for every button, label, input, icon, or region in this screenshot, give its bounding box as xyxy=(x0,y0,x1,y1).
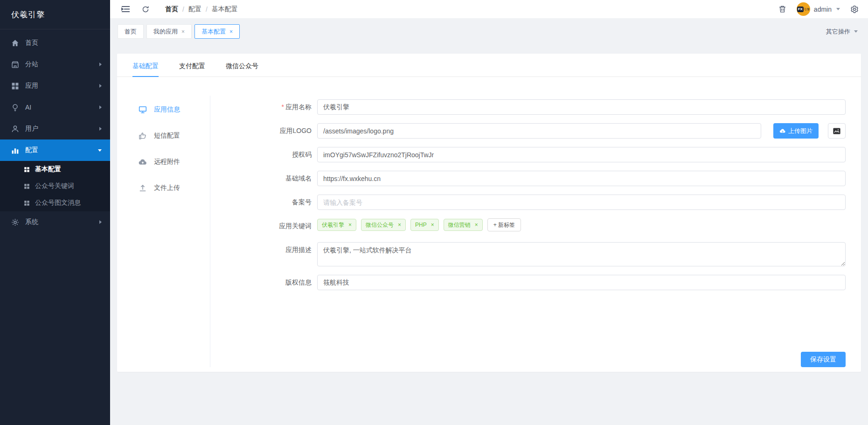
upload-icon xyxy=(139,184,147,192)
sidebar-item-label: 配置 xyxy=(25,146,38,154)
breadcrumb-basic-config: 基本配置 xyxy=(212,5,238,14)
sidebar-subitem-mp-keywords[interactable]: 公众号关键词 xyxy=(0,178,110,195)
add-tag-button[interactable]: + 新标签 xyxy=(487,218,521,231)
page-tab-my-apps[interactable]: 我的应用 × xyxy=(146,24,192,39)
auth-code-input[interactable] xyxy=(317,147,846,162)
sidebar-item-label: 分站 xyxy=(25,60,38,69)
chevron-down-icon xyxy=(98,149,102,152)
home-icon xyxy=(11,39,19,47)
sidebar-item-users[interactable]: 用户 xyxy=(0,118,110,139)
sidebar-item-apps[interactable]: 应用 xyxy=(0,75,110,97)
close-icon[interactable]: × xyxy=(348,222,352,228)
other-actions-dropdown[interactable]: 其它操作 xyxy=(826,24,858,39)
tag-label: 伏羲引擎 xyxy=(322,221,344,229)
sidebar-item-label: 首页 xyxy=(25,39,38,47)
app-name-input[interactable] xyxy=(317,99,846,115)
app-logo: 伏羲引擎 xyxy=(0,0,110,29)
icp-input[interactable] xyxy=(317,195,846,210)
keyword-tag: 微信营销 × xyxy=(444,219,483,231)
tab-basic-config[interactable]: 基础配置 xyxy=(132,62,159,77)
gear-icon xyxy=(11,218,19,226)
bulb-icon xyxy=(11,104,19,111)
settings-gear-icon[interactable] xyxy=(850,5,859,14)
app-info-form: *应用名称 应用LOGO 上传图片 xyxy=(210,96,861,367)
subnav-label: 远程附件 xyxy=(154,158,180,166)
copyright-label: 版权信息 xyxy=(210,275,317,290)
sidebar-subitem-mp-articles[interactable]: 公众号图文消息 xyxy=(0,195,110,211)
tab-label: 首页 xyxy=(125,28,137,36)
cloud-upload-icon xyxy=(139,158,147,166)
close-icon[interactable]: × xyxy=(398,222,401,228)
close-icon[interactable]: × xyxy=(229,29,233,35)
thumb-up-icon xyxy=(139,132,147,140)
icp-label: 备案号 xyxy=(210,195,317,210)
tab-wechat-mp[interactable]: 微信公众号 xyxy=(226,62,258,77)
app-logo-input[interactable] xyxy=(317,123,761,139)
other-actions-label: 其它操作 xyxy=(826,28,850,36)
form-row-description: 应用描述 伏羲引擎, 一站式软件解决平台 xyxy=(210,242,846,266)
page-tab-basic-config[interactable]: 基本配置 × xyxy=(194,24,240,39)
breadcrumb-home[interactable]: 首页 xyxy=(165,5,178,14)
form-row-auth-code: 授权码 xyxy=(210,147,846,162)
subnav-file-upload[interactable]: 文件上传 xyxy=(117,175,210,201)
branch-site-icon xyxy=(11,61,19,69)
tag-label: 微信公众号 xyxy=(366,221,394,229)
form-row-app-logo: 应用LOGO 上传图片 xyxy=(210,123,846,139)
breadcrumb-separator: / xyxy=(206,6,208,13)
keyword-tag: PHP × xyxy=(410,219,439,231)
subnav-app-info[interactable]: 应用信息 xyxy=(117,97,210,123)
page-tab-home[interactable]: 首页 xyxy=(118,24,144,39)
sidebar-item-branch-sites[interactable]: 分站 xyxy=(0,54,110,75)
form-row-copyright: 版权信息 xyxy=(210,275,846,290)
sidebar-item-label: AI xyxy=(25,104,31,111)
user-icon xyxy=(11,125,19,133)
refresh-icon[interactable] xyxy=(142,6,149,13)
close-icon[interactable]: × xyxy=(475,222,478,228)
trash-icon[interactable] xyxy=(778,5,786,13)
tab-payment-config[interactable]: 支付配置 xyxy=(179,62,205,77)
subnav-sms-config[interactable]: 短信配置 xyxy=(117,123,210,149)
subnav-remote-attachments[interactable]: 远程附件 xyxy=(117,149,210,175)
save-settings-button[interactable]: 保存设置 xyxy=(801,352,846,367)
sidebar-item-label: 用户 xyxy=(25,125,38,133)
base-domain-input[interactable] xyxy=(317,171,846,186)
collapse-sidebar-icon[interactable] xyxy=(121,6,130,13)
page-tabbar: 首页 我的应用 × 基本配置 × 其它操作 xyxy=(110,18,868,39)
subnav-label: 文件上传 xyxy=(154,184,180,192)
copyright-input[interactable] xyxy=(317,275,846,290)
cloud-upload-icon xyxy=(779,128,786,134)
tab-label: 我的应用 xyxy=(153,28,178,36)
preview-image-button[interactable] xyxy=(828,123,846,139)
sidebar-subitem-basic-config[interactable]: 基本配置 xyxy=(0,161,110,178)
avatar-suffix-text: 引擎 xyxy=(804,8,810,11)
chevron-right-icon xyxy=(99,105,102,109)
close-icon[interactable]: × xyxy=(181,29,185,35)
avatar-fx-badge: FX xyxy=(797,7,804,12)
sidebar-item-ai[interactable]: AI xyxy=(0,97,110,118)
sidebar: 伏羲引擎 首页 分站 应用 xyxy=(0,0,110,425)
keyword-tag: 伏羲引擎 × xyxy=(317,219,356,231)
app-name-label: *应用名称 xyxy=(210,99,317,115)
sidebar-item-config[interactable]: 配置 xyxy=(0,139,110,161)
subnav-label: 短信配置 xyxy=(154,132,180,140)
tag-label: 微信营销 xyxy=(448,221,471,229)
description-textarea[interactable]: 伏羲引擎, 一站式软件解决平台 xyxy=(317,242,846,266)
tab-label: 基本配置 xyxy=(201,28,226,36)
keywords-label: 应用关键词 xyxy=(210,218,317,234)
sidebar-item-home[interactable]: 首页 xyxy=(0,32,110,54)
chevron-right-icon xyxy=(99,63,102,66)
config-card: 基础配置 支付配置 微信公众号 应用信息 xyxy=(117,54,861,372)
upload-image-button[interactable]: 上传图片 xyxy=(773,123,819,139)
monitor-icon xyxy=(139,105,147,114)
grid-icon xyxy=(24,200,30,206)
breadcrumb-config[interactable]: 配置 xyxy=(188,5,201,14)
sidebar-item-system[interactable]: 系统 xyxy=(0,211,110,233)
close-icon[interactable]: × xyxy=(431,222,434,228)
form-row-keywords: 应用关键词 伏羲引擎 × 微信公众号 × xyxy=(210,218,846,234)
settings-subnav: 应用信息 短信配置 远程附件 xyxy=(117,96,210,367)
grid-icon xyxy=(24,167,30,173)
app-logo-label: 应用LOGO xyxy=(210,123,317,139)
sidebar-item-label: 应用 xyxy=(25,82,38,90)
avatar: FX 引擎 xyxy=(797,2,810,16)
user-menu[interactable]: FX 引擎 admin xyxy=(797,2,840,16)
